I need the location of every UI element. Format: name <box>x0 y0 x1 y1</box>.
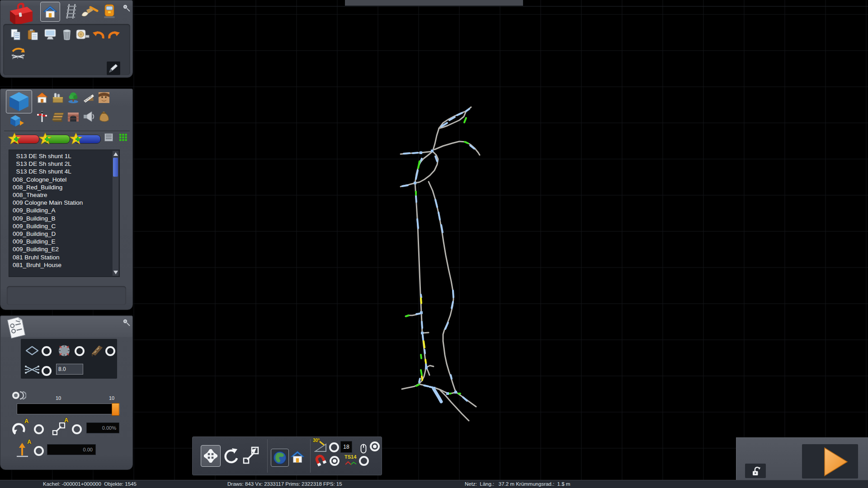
tab-cube-export[interactable] <box>9 114 25 128</box>
status-bar: Kachel: -000001+000000 Objekte: 1545 Dra… <box>0 480 868 488</box>
pan-mode-button[interactable] <box>201 445 221 467</box>
category-figures[interactable] <box>98 91 110 104</box>
object-preview-box <box>7 286 126 305</box>
pin-icon[interactable] <box>122 318 131 327</box>
magnet-radio[interactable] <box>330 456 340 466</box>
scale-slider[interactable] <box>17 404 120 414</box>
category-splines[interactable] <box>52 110 64 123</box>
tab-paint[interactable] <box>80 4 99 19</box>
list-item[interactable]: 008_Red_Building <box>9 183 112 191</box>
tab-tracks[interactable] <box>63 3 79 20</box>
list-item[interactable]: S13 DE Sh shunt 1L <box>9 152 112 160</box>
list-item[interactable]: 009_Building_B <box>9 215 112 222</box>
list-item[interactable]: 009_Building_A <box>9 206 112 214</box>
copy-button[interactable] <box>9 28 22 41</box>
list-item[interactable]: 009 Cologne Main Station <box>9 199 112 206</box>
ts-radio[interactable] <box>359 456 369 466</box>
home-icon <box>291 450 304 463</box>
mouse-radio[interactable] <box>370 441 380 451</box>
scale-slider-handle[interactable] <box>112 403 119 416</box>
status-tile-info: Kachel: -000001+000000 Objekte: 1545 <box>43 481 137 487</box>
measure-button[interactable] <box>75 28 90 41</box>
eep-editor-window: S13 DE Sh shunt 1L S13 DE Sh shunt 2L S1… <box>0 0 868 488</box>
main-toolbar-panel <box>0 0 133 78</box>
auto-move-icon[interactable]: A <box>51 420 67 437</box>
road-mode-icon <box>89 343 104 358</box>
category-industry[interactable] <box>52 91 64 104</box>
undo-button[interactable] <box>92 28 105 42</box>
category-sounds[interactable] <box>82 110 95 123</box>
zoom-scale-button[interactable] <box>241 445 260 466</box>
category-vegetation[interactable] <box>67 91 80 104</box>
gradient-field[interactable]: 18 <box>340 441 352 453</box>
auto-badge: A <box>24 418 28 424</box>
list-item[interactable]: 009_Building_E2 <box>9 245 112 253</box>
object-browser-panel: S13 DE Sh shunt 1L S13 DE Sh shunt 2L S1… <box>0 89 133 310</box>
rotate-view-button[interactable] <box>222 446 240 466</box>
tab-rolling-stock[interactable] <box>102 3 117 20</box>
category-bridges[interactable] <box>67 110 80 123</box>
toolbox-button[interactable] <box>7 0 35 27</box>
category-signals[interactable] <box>36 110 48 123</box>
home-view-button[interactable] <box>290 449 305 465</box>
object-list[interactable]: S13 DE Sh shunt 1L S13 DE Sh shunt 2L S1… <box>9 152 112 269</box>
compass-mode-radio[interactable] <box>75 346 85 356</box>
tab-home-2d[interactable] <box>40 2 60 22</box>
edit-actions-area <box>3 24 130 75</box>
scroll-up-icon[interactable] <box>113 152 118 156</box>
list-item[interactable]: S13 DE Sh shunt 4L <box>9 168 112 175</box>
slope-radio[interactable] <box>329 442 339 452</box>
list-item[interactable]: S13 DE Sh shunt 2L <box>9 160 112 168</box>
scroll-thumb[interactable] <box>113 158 118 177</box>
paste-button[interactable] <box>27 28 39 41</box>
slope-label: 30° <box>313 438 320 443</box>
magnet-snap-icon[interactable] <box>314 454 327 467</box>
list-item[interactable]: 009_Building_C <box>9 222 112 230</box>
list-item[interactable]: 081 Bruhl Station <box>9 253 112 261</box>
list-item[interactable]: 009_Building_E <box>9 238 112 245</box>
play-button[interactable] <box>824 447 849 477</box>
height-value-field[interactable]: 0.00 <box>47 444 96 455</box>
rotation-value-field[interactable]: 0.00% <box>86 422 119 433</box>
redo-button[interactable] <box>107 28 121 42</box>
train-icon <box>104 4 115 19</box>
category-buildings[interactable] <box>36 91 48 104</box>
road-mode-radio[interactable] <box>105 346 115 356</box>
cube-small-icon <box>10 115 24 127</box>
list-item[interactable]: 008_Cologne_Hotel <box>9 176 112 183</box>
track-flip-button[interactable] <box>10 47 26 60</box>
category-goods[interactable] <box>98 110 110 123</box>
height-radio[interactable] <box>34 446 44 456</box>
properties-panel: 10 10 A A 0.00% A 0.00 <box>0 315 133 470</box>
auto-rotate-icon[interactable]: A <box>10 420 28 437</box>
rotate-radio[interactable] <box>34 424 44 434</box>
ts-mode-icon[interactable]: TS14 <box>344 454 358 467</box>
favorites-green-button[interactable] <box>38 133 70 144</box>
lock-open-icon[interactable] <box>751 466 762 477</box>
category-track-objects[interactable] <box>82 91 95 104</box>
scroll-down-icon[interactable] <box>113 271 118 274</box>
favorites-red-button[interactable] <box>8 133 39 144</box>
tab-3d-models[interactable] <box>6 90 32 113</box>
spline-count-input[interactable] <box>56 364 83 375</box>
list-view-button[interactable] <box>104 132 113 142</box>
collapsed-top-panel[interactable] <box>345 0 523 6</box>
slope-pencil-button[interactable] <box>106 61 121 75</box>
favorites-blue-button[interactable] <box>69 133 101 144</box>
object-list-scrollbar[interactable] <box>112 150 119 276</box>
move-cross-icon <box>204 449 217 463</box>
grid-view-button[interactable] <box>118 132 128 142</box>
lod-toggle-icon[interactable] <box>11 390 27 401</box>
list-item[interactable]: 009_Building_D <box>9 230 112 238</box>
globe-view-button[interactable] <box>271 449 289 467</box>
move-radio[interactable] <box>72 424 82 434</box>
slope-angle-icon[interactable]: 30° <box>314 439 327 454</box>
crossing-mode-radio[interactable] <box>42 366 52 376</box>
screenshot-button[interactable] <box>44 28 57 41</box>
list-item[interactable]: 081_Bruhl_House <box>9 261 112 269</box>
auto-height-icon[interactable]: A <box>15 441 30 458</box>
pin-icon[interactable] <box>122 3 131 12</box>
list-item[interactable]: 008_Theatre <box>9 191 112 199</box>
delete-button[interactable] <box>61 28 73 42</box>
plane-mode-radio[interactable] <box>42 346 52 356</box>
